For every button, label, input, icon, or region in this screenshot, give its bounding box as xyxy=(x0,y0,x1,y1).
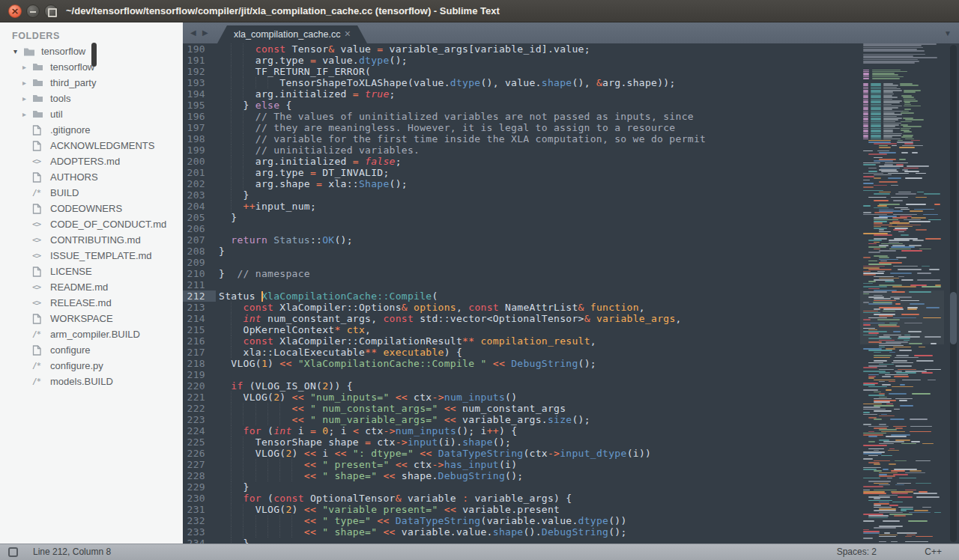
code-line[interactable]: 232 << " type=" << DataTypeString(variab… xyxy=(183,515,959,526)
code-line[interactable]: 233 << " shape=" << variable.value.shape… xyxy=(183,526,959,538)
sidebar-item-release-md[interactable]: <>RELEASE.md xyxy=(0,295,183,311)
code-line[interactable]: 215 OpKernelContext* ctx, xyxy=(183,324,959,335)
code-line[interactable]: 197 // they are meaningless. However, it… xyxy=(183,122,959,133)
line-number: 214 xyxy=(183,313,205,324)
code-line[interactable]: 216 const XlaCompiler::CompilationResult… xyxy=(183,335,959,347)
sidebar-item-codeowners[interactable]: CODEOWNERS xyxy=(0,201,183,216)
line-number: 212 xyxy=(183,290,205,302)
editor[interactable]: 190 const Tensor& value = variable_args[… xyxy=(183,43,959,544)
code-line[interactable]: 234 } xyxy=(183,538,959,544)
sidebar-item-configure-py[interactable]: /*configure.py xyxy=(0,358,183,374)
code-line[interactable]: 192 TF_RETURN_IF_ERROR( xyxy=(183,66,959,77)
code-line[interactable]: 203 } xyxy=(183,189,959,201)
code-line[interactable]: 217 xla::LocalExecutable** executable) { xyxy=(183,347,959,358)
code-line[interactable]: 209 xyxy=(183,257,959,268)
tab-scroll-left-icon[interactable]: ◀ xyxy=(190,28,196,37)
syntax-selector[interactable]: C++ xyxy=(925,544,942,560)
sidebar-item-readme-md[interactable]: <>README.md xyxy=(0,279,183,295)
code-line[interactable]: 199 // uninitialized variables. xyxy=(183,144,959,156)
code-line[interactable]: 221 VLOG(2) << "num_inputs=" << ctx->num… xyxy=(183,392,959,403)
markdown-icon: <> xyxy=(32,219,46,229)
sidebar-scrollbar-thumb[interactable] xyxy=(91,43,97,67)
scrollbar-thumb[interactable] xyxy=(950,292,957,344)
line-number: 223 xyxy=(183,414,205,425)
sidebar-item--gitignore[interactable]: .gitignore xyxy=(0,122,183,138)
code-line[interactable]: 190 const Tensor& value = variable_args[… xyxy=(183,43,959,55)
code-line[interactable]: 227 << " present=" << ctx->has_input(i) xyxy=(183,459,959,470)
line-number: 227 xyxy=(183,459,205,470)
code-line[interactable]: 205 } xyxy=(183,212,959,223)
line-number: 221 xyxy=(183,392,205,403)
sidebar-item-tools[interactable]: ▸tools xyxy=(0,91,183,106)
code-line[interactable]: 212Status XlaCompilationCache::Compile( xyxy=(183,290,959,302)
tab-label: xla_compilation_cache.cc xyxy=(234,25,340,43)
line-number: 208 xyxy=(183,246,205,257)
sidebar-item-label: third_party xyxy=(50,77,96,88)
sidebar-item-configure[interactable]: configure xyxy=(0,342,183,358)
sidebar-item-label: AUTHORS xyxy=(50,171,98,183)
code-line[interactable]: 230 for (const OptionalTensor& variable … xyxy=(183,493,959,504)
close-button[interactable] xyxy=(8,4,22,18)
code-line[interactable]: 198 // variable for the first time insid… xyxy=(183,133,959,144)
tab-bar: ◀ ▶ xla_compilation_cache.cc × ▼ xyxy=(183,22,959,43)
maximize-button[interactable] xyxy=(44,4,58,18)
code-line[interactable]: 214 int num_constant_args, const std::ve… xyxy=(183,313,959,324)
code-line[interactable]: 213 const XlaCompiler::Options& options,… xyxy=(183,302,959,313)
code-line[interactable]: 207 return Status::OK(); xyxy=(183,234,959,246)
tab-xla-compilation-cache[interactable]: xla_compilation_cache.cc × xyxy=(217,25,367,43)
code-line[interactable]: 220 if (VLOG_IS_ON(2)) { xyxy=(183,380,959,392)
tab-overflow-icon[interactable]: ▼ xyxy=(944,29,952,37)
sidebar-item-adopters-md[interactable]: <>ADOPTERS.md xyxy=(0,153,183,169)
code-line[interactable]: 218 VLOG(1) << "XlaCompilationCache::Com… xyxy=(183,358,959,369)
code-line[interactable]: 206 xyxy=(183,223,959,234)
sidebar-item-code-of-conduct-md[interactable]: <>CODE_OF_CONDUCT.md xyxy=(0,216,183,232)
sidebar-item-authors[interactable]: AUTHORS xyxy=(0,169,183,185)
code-line[interactable]: 225 TensorShape shape = ctx->input(i).sh… xyxy=(183,436,959,448)
window-title: ~/dev/tensorflow/tensorflow/compiler/jit… xyxy=(66,0,500,22)
sidebar-item-contributing-md[interactable]: <>CONTRIBUTING.md xyxy=(0,232,183,248)
code-line[interactable]: 224 for (int i = 0; i < ctx->num_inputs(… xyxy=(183,425,959,436)
minimize-button[interactable] xyxy=(26,4,40,18)
indent-settings[interactable]: Spaces: 2 xyxy=(837,544,877,560)
sidebar-item-third-party[interactable]: ▸third_party xyxy=(0,75,183,91)
sidebar-item-workspace[interactable]: WORKSPACE xyxy=(0,311,183,326)
code-line[interactable]: 202 arg.shape = xla::Shape(); xyxy=(183,178,959,189)
code-line[interactable]: 195 } else { xyxy=(183,100,959,111)
code-line[interactable]: 228 << " shape=" << shape.DebugString(); xyxy=(183,470,959,481)
panel-toggle-icon[interactable] xyxy=(8,547,18,557)
code-line[interactable]: 210} // namespace xyxy=(183,268,959,279)
code-line[interactable]: 223 << " num_variable_args=" << variable… xyxy=(183,414,959,425)
folder-icon xyxy=(32,79,46,87)
tab-close-icon[interactable]: × xyxy=(345,25,351,43)
code-line[interactable]: 204 ++input_num; xyxy=(183,201,959,212)
sublime-text-window: ~/dev/tensorflow/tensorflow/compiler/jit… xyxy=(0,0,959,560)
sidebar-item-label: README.md xyxy=(50,281,108,293)
code-line[interactable]: 200 arg.initialized = false; xyxy=(183,156,959,167)
code-line[interactable]: 208} xyxy=(183,246,959,257)
sidebar-item-arm-compiler-build[interactable]: /*arm_compiler.BUILD xyxy=(0,326,183,342)
code-line[interactable]: 196 // The values of uninitialized varia… xyxy=(183,111,959,122)
sidebar-item-license[interactable]: LICENSE xyxy=(0,264,183,279)
status-bar: Line 212, Column 8 Spaces: 2 C++ xyxy=(0,544,959,560)
sidebar-item-util[interactable]: ▸util xyxy=(0,106,183,122)
line-number: 233 xyxy=(183,526,205,538)
code-line[interactable]: 231 VLOG(2) << "variable present=" << va… xyxy=(183,504,959,515)
code-line[interactable]: 222 << " num_constant_args=" << num_cons… xyxy=(183,403,959,414)
code-line[interactable]: 193 TensorShapeToXLAShape(value.dtype(),… xyxy=(183,77,959,88)
line-number: 217 xyxy=(183,347,205,358)
line-number: 193 xyxy=(183,77,205,88)
sidebar-item-acknowledgments[interactable]: ACKNOWLEDGMENTS xyxy=(0,138,183,153)
code-line[interactable]: 226 VLOG(2) << i << ": dtype=" << DataTy… xyxy=(183,448,959,459)
sidebar-item-issue-template-md[interactable]: <>ISSUE_TEMPLATE.md xyxy=(0,248,183,264)
code-line[interactable]: 229 } xyxy=(183,481,959,493)
sidebar-item-build[interactable]: /*BUILD xyxy=(0,185,183,201)
tab-scroll-right-icon[interactable]: ▶ xyxy=(202,28,208,37)
minimap[interactable] xyxy=(860,43,944,544)
code-line[interactable]: 219 xyxy=(183,369,959,380)
code-line[interactable]: 201 arg.type = DT_INVALID; xyxy=(183,167,959,178)
code-line[interactable]: 211 xyxy=(183,279,959,290)
code-line[interactable]: 191 arg.type = value.dtype(); xyxy=(183,55,959,66)
code-line[interactable]: 194 arg.initialized = true; xyxy=(183,88,959,100)
sidebar-item-models-build[interactable]: /*models.BUILD xyxy=(0,374,183,389)
line-number: 232 xyxy=(183,515,205,526)
